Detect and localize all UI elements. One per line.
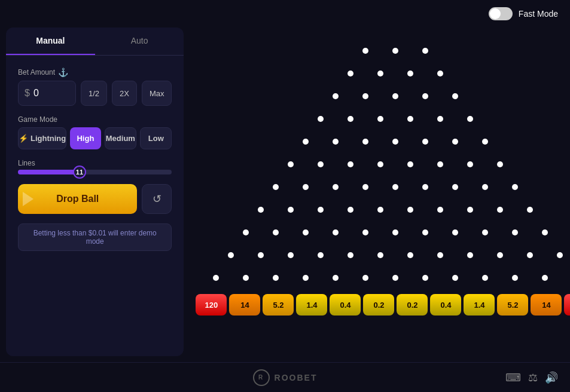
bet-amount-label: Bet Amount ⚓: [18, 68, 172, 77]
peg: [512, 184, 518, 190]
mode-lightning[interactable]: ⚡ Lightning: [18, 127, 66, 149]
peg: [407, 161, 413, 167]
peg: [318, 207, 324, 213]
peg-row-1: [336, 62, 455, 85]
peg: [303, 229, 309, 235]
peg: [303, 139, 309, 145]
peg: [392, 229, 398, 235]
peg: [422, 139, 428, 145]
right-panel: 120145.21.40.40.20.20.41.45.214120: [190, 27, 570, 362]
mult-cell-1[interactable]: 14: [229, 294, 260, 316]
mode-buttons: ⚡ Lightning High Medium Low: [18, 127, 172, 149]
peg: [288, 252, 294, 258]
mode-high[interactable]: High: [70, 127, 100, 149]
peg: [288, 207, 294, 213]
peg: [392, 48, 398, 54]
mult-cell-5[interactable]: 0.2: [363, 294, 394, 316]
peg: [303, 184, 309, 190]
mult-cell-0[interactable]: 120: [196, 294, 227, 316]
peg: [273, 184, 279, 190]
peg: [467, 207, 473, 213]
keyboard-icon[interactable]: ⌨: [505, 371, 521, 384]
peg-row-3: [306, 108, 485, 130]
peg: [273, 229, 279, 235]
mult-cell-3[interactable]: 1.4: [296, 294, 327, 316]
tab-manual[interactable]: Manual: [6, 27, 95, 55]
left-panel: Manual Auto Bet Amount ⚓ $ 1/2 2X Max: [6, 27, 184, 356]
peg: [542, 275, 548, 281]
mult-cell-9[interactable]: 5.2: [497, 294, 528, 316]
peg: [273, 275, 279, 281]
peg: [497, 207, 503, 213]
refresh-button[interactable]: ↺: [142, 184, 172, 214]
peg: [318, 252, 324, 258]
peg-row-0: [350, 39, 440, 62]
fast-mode-toggle[interactable]: [489, 7, 513, 20]
game-mode-section: Game Mode ⚡ Lightning High Medium Low: [18, 115, 172, 149]
main-content: Manual Auto Bet Amount ⚓ $ 1/2 2X Max: [0, 27, 570, 362]
peg: [303, 275, 309, 281]
peg: [407, 207, 413, 213]
anchor-icon: ⚓: [58, 68, 68, 77]
slider-track[interactable]: 11: [18, 170, 172, 174]
peg: [362, 139, 368, 145]
top-bar: Fast Mode: [0, 0, 570, 27]
peg: [452, 93, 458, 99]
peg: [392, 184, 398, 190]
lightning-icon: ⚡: [19, 134, 28, 143]
peg: [318, 116, 324, 122]
peg: [362, 48, 368, 54]
peg: [333, 229, 339, 235]
half-button[interactable]: 1/2: [81, 81, 107, 106]
max-button[interactable]: Max: [142, 81, 172, 106]
mult-cell-10[interactable]: 14: [531, 294, 562, 316]
bottom-logo: R ROOBET: [253, 369, 318, 386]
peg: [348, 71, 353, 76]
peg: [467, 161, 473, 167]
peg: [258, 207, 264, 213]
lines-label: Lines: [18, 159, 172, 167]
peg: [437, 207, 443, 213]
double-button[interactable]: 2X: [112, 81, 137, 106]
drop-ball-button[interactable]: Drop Ball: [18, 184, 137, 214]
peg: [333, 93, 339, 99]
peg: [542, 229, 548, 235]
peg: [407, 71, 413, 76]
peg-row-6: [261, 176, 530, 198]
mult-cell-7[interactable]: 0.4: [430, 294, 461, 316]
peg: [407, 116, 413, 122]
peg: [348, 207, 353, 213]
peg: [333, 275, 339, 281]
mult-cell-8[interactable]: 1.4: [464, 294, 495, 316]
mult-cell-6[interactable]: 0.2: [397, 294, 428, 316]
peg: [467, 252, 473, 258]
mult-cell-4[interactable]: 0.4: [330, 294, 361, 316]
peg: [362, 229, 368, 235]
peg-row-5: [276, 153, 515, 176]
fast-mode-label: Fast Mode: [519, 9, 558, 19]
slider-row: 11: [18, 170, 172, 174]
multiplier-row: 120145.21.40.40.20.20.41.45.214120: [196, 294, 570, 316]
peg: [377, 116, 383, 122]
volume-icon[interactable]: 🔊: [545, 371, 558, 384]
mode-low[interactable]: Low: [140, 127, 172, 149]
peg: [377, 161, 383, 167]
peg: [318, 161, 324, 167]
mode-medium[interactable]: Medium: [105, 127, 136, 149]
tab-auto[interactable]: Auto: [95, 27, 184, 55]
panel-body: Bet Amount ⚓ $ 1/2 2X Max Game Mode: [6, 56, 184, 263]
peg: [392, 93, 398, 99]
peg: [422, 275, 428, 281]
peg: [497, 161, 503, 167]
balance-icon[interactable]: ⚖: [528, 371, 538, 384]
peg: [527, 207, 533, 213]
peg: [497, 252, 503, 258]
roobet-icon: R: [253, 369, 270, 386]
peg: [407, 252, 413, 258]
lines-section: Lines 11: [18, 159, 172, 174]
bet-input[interactable]: [33, 88, 69, 99]
peg: [348, 116, 353, 122]
mult-cell-11[interactable]: 120: [564, 294, 570, 316]
peg: [422, 48, 428, 54]
mult-cell-2[interactable]: 5.2: [263, 294, 294, 316]
